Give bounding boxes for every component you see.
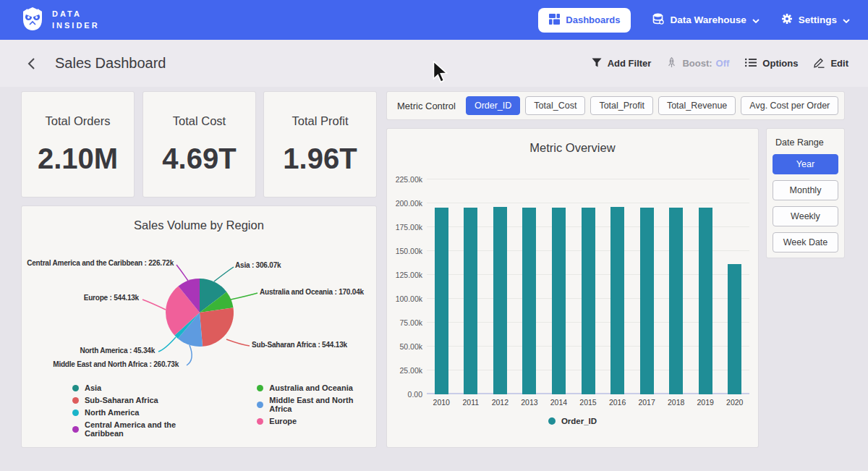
bar-2018[interactable] [669,208,683,394]
pie-label-sub-saharan-africa: Sub-Saharan Africa : 544.13k [252,341,347,349]
date-range-option-weekly[interactable]: Weekly [773,206,838,226]
pencil-icon [814,57,825,70]
kpi-label: Total Profit [292,114,349,128]
x-axis-label-2010: 2010 [427,398,456,407]
bar-chart-title: Metric Overview [387,129,758,155]
pie-label-middle-east-and-north-africa: Middle East and North Africa : 260.73k [53,360,179,368]
metric-control-options: Order_IDTotal_CostTotal_ProfitTotal_Reve… [466,96,838,115]
bar-2016[interactable] [610,207,624,394]
date-range-option-monthly[interactable]: Monthly [773,180,838,200]
x-axis-label-2020: 2020 [720,398,749,407]
legend-item-middle-east-and-north-africa[interactable]: Middle East and North Africa [257,396,376,413]
y-axis-tick: 200.00k [388,199,422,208]
nav-data-warehouse-menu[interactable]: Data Warehouse [652,13,759,27]
date-range-label: Date Range [775,137,838,148]
metric-option-total-cost[interactable]: Total_Cost [525,96,585,115]
metric-control-bar: Metric Control Order_IDTotal_CostTotal_P… [387,92,844,119]
bars-row [427,174,749,394]
x-axis-label-2014: 2014 [544,398,574,407]
bar-2011[interactable] [464,208,477,394]
bar-2013[interactable] [522,208,536,394]
bar-slot [456,208,486,394]
pie-leader-line [231,293,258,300]
top-navbar: DATA INSIDER Dashboards Data Warehouse S… [0,0,868,40]
kpi-value: 4.69T [162,143,236,175]
y-axis-tick: 125.00k [388,271,422,279]
metric-overview-card: Metric Overview 0.0025.00k50.00k75.00k10… [387,129,758,447]
pie-label-asia: Asia : 306.07k [235,261,281,269]
owl-logo-icon [20,6,45,35]
legend-item-australia-and-oceania[interactable]: Australia and Oceania [257,383,376,392]
y-axis-tick: 25.00k [388,366,422,375]
pie-leader-line [187,345,192,365]
bar-slot [485,207,515,394]
legend-dot [72,397,79,404]
brand: DATA INSIDER [20,6,100,35]
legend-dot [257,418,263,425]
bar-slot [603,207,632,394]
bar-slot [544,208,574,394]
kpi-card-total-cost: Total Cost 4.69T [143,92,255,197]
bar-2010[interactable] [435,208,448,394]
legend-item-asia[interactable]: Asia [72,383,215,392]
brand-name: DATA INSIDER [52,9,100,32]
kpi-card-total-orders: Total Orders 2.10M [22,92,134,197]
rocket-icon [667,57,676,70]
x-axis-label-2013: 2013 [515,398,545,407]
y-axis-tick: 225.00k [388,175,422,184]
x-axis-label-2011: 2011 [456,398,486,407]
orders-bar-chart[interactable]: 0.0025.00k50.00k75.00k100.00k125.00k150.… [427,174,749,394]
boost-label: Boost: [682,58,712,69]
bar-2015[interactable] [582,208,595,394]
x-axis-label-2018: 2018 [661,398,691,407]
boost-state: Off [716,58,730,69]
legend-label: Asia [85,383,101,392]
legend-item-sub-saharan-africa[interactable]: Sub-Saharan Africa [72,396,215,404]
chevron-down-icon [752,14,760,25]
legend-series-label: Order_ID [561,417,597,425]
bar-2017[interactable] [640,208,654,394]
date-range-option-year[interactable]: Year [773,154,838,174]
nav-dashboards-button[interactable]: Dashboards [538,8,631,33]
bar-2012[interactable] [493,207,507,394]
pie-leader-line [158,337,176,352]
options-button[interactable]: Options [745,58,798,69]
bar-2014[interactable] [552,208,566,394]
gear-icon [781,13,793,27]
dashboard-grid-icon [549,14,560,27]
edit-button[interactable]: Edit [814,57,848,70]
legend-item-north-america[interactable]: North America [72,408,215,417]
legend-label: Middle East and North Africa [269,396,376,413]
legend-item-central-america-and-the-caribbean[interactable]: Central America and the Caribbean [72,420,215,438]
boost-toggle[interactable]: Boost: Off [667,57,729,70]
bar-legend: Order_ID [387,417,758,425]
x-axis-label-2019: 2019 [691,398,720,407]
pie-label-north-america: North America : 45.34k [80,347,155,355]
bar-2019[interactable] [699,208,712,394]
x-axis-label-2016: 2016 [603,398,632,407]
pie-label-central-america-and-the-caribbean: Central America and the Caribbean : 226.… [27,259,174,267]
date-range-option-week-date[interactable]: Week Date [773,232,838,253]
page-title: Sales Dashboard [55,55,166,72]
bar-slot [515,208,545,394]
legend-item-europe[interactable]: Europe [257,417,376,425]
add-filter-button[interactable]: Add Filter [592,58,652,69]
y-axis-tick: 0.00 [388,390,422,399]
kpi-value: 1.96T [283,143,357,175]
back-button[interactable] [23,56,39,72]
legend-dot [72,410,79,416]
metric-option-order-id[interactable]: Order_ID [466,96,520,115]
funnel-icon [592,58,602,69]
metric-option-total-profit[interactable]: Total_Profit [590,96,653,115]
date-range-card: Date Range YearMonthlyWeeklyWeek Date [767,129,844,258]
pie-label-europe: Europe : 544.13k [84,294,139,302]
metric-option-total-revenue[interactable]: Total_Revenue [658,96,736,115]
nav-settings-menu[interactable]: Settings [781,13,850,27]
bar-x-axis-labels: 2010201120122013201420152016201720182019… [427,398,749,407]
metric-control-label: Metric Control [397,101,456,111]
y-axis-tick: 175.00k [388,223,422,232]
list-icon [745,58,757,69]
kpi-label: Total Cost [173,114,226,128]
metric-option-avg-cost-per-order[interactable]: Avg. Cost per Order [741,96,838,115]
bar-2020[interactable] [728,264,741,394]
